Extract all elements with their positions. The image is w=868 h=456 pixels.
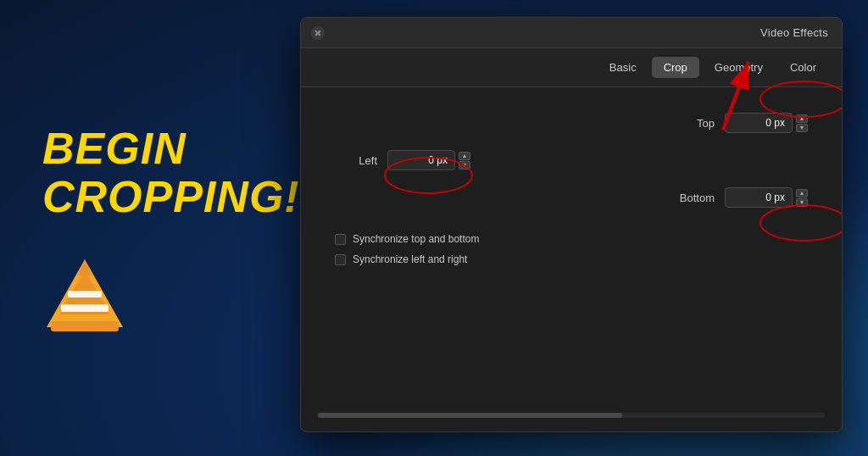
svg-marker-4: [78, 259, 92, 275]
svg-rect-2: [61, 304, 108, 312]
bottom-spinner-up[interactable]: ▲: [796, 189, 808, 197]
left-input-wrap: ▲ ▼: [387, 150, 470, 170]
top-input[interactable]: [725, 113, 793, 133]
sync-top-bottom-checkbox[interactable]: [335, 234, 346, 245]
dialog-title: Video Effects: [760, 26, 828, 39]
left-field-row: Left ▲ ▼: [335, 150, 808, 170]
sync-left-right-row: Synchronize left and right: [335, 253, 808, 265]
vlc-cone-svg: [42, 255, 127, 331]
left-panel: BEGIN CROPPING!: [0, 0, 314, 456]
left-spinner: ▲ ▼: [459, 152, 470, 170]
tab-basic[interactable]: Basic: [598, 57, 648, 78]
svg-rect-5: [51, 321, 119, 331]
tab-crop[interactable]: Crop: [652, 57, 699, 78]
top-spinner-up[interactable]: ▲: [796, 114, 808, 123]
bottom-spinner: ▲ ▼: [796, 189, 808, 207]
top-spinner-down[interactable]: ▼: [796, 124, 808, 132]
svg-rect-3: [68, 291, 102, 298]
vlc-logo: [42, 255, 127, 331]
left-spinner-up[interactable]: ▲: [459, 152, 470, 160]
bottom-input-wrap: ▲ ▼: [725, 187, 808, 208]
tabs-bar: Basic Crop Geometry Color: [301, 48, 842, 87]
video-effects-dialog: Video Effects Basic Crop Geometry Color …: [300, 17, 843, 432]
tab-color[interactable]: Color: [778, 57, 828, 78]
top-label: Top: [672, 117, 715, 130]
tab-geometry[interactable]: Geometry: [703, 57, 775, 78]
top-input-wrap: ▲ ▼: [725, 113, 808, 133]
left-input[interactable]: [387, 150, 455, 170]
sync-left-right-checkbox[interactable]: [335, 254, 346, 265]
sync-top-bottom-row: Synchronize top and bottom: [335, 233, 808, 245]
checkboxes-section: Synchronize top and bottom Synchronize l…: [335, 233, 808, 265]
left-label: Left: [335, 154, 377, 167]
top-spinner: ▲ ▼: [796, 114, 808, 132]
title-text: BEGIN CROPPING!: [42, 125, 300, 221]
scrollbar-track: [318, 413, 825, 418]
top-field-row: Top ▲ ▼: [335, 113, 808, 133]
scrollbar-thumb[interactable]: [318, 413, 622, 418]
left-spinner-down[interactable]: ▼: [459, 161, 470, 170]
title-line1: BEGIN: [42, 125, 300, 173]
close-button[interactable]: [311, 26, 325, 40]
title-line2: CROPPING!: [42, 173, 300, 221]
bottom-field-row: Bottom ▲ ▼: [335, 187, 808, 208]
title-bar: Video Effects: [301, 18, 842, 48]
bottom-input[interactable]: [725, 187, 793, 208]
sync-left-right-label: Synchronize left and right: [353, 253, 467, 265]
bottom-label: Bottom: [672, 192, 715, 204]
crop-content: Top ▲ ▼ Left ▲ ▼ Bottom: [301, 87, 842, 425]
sync-top-bottom-label: Synchronize top and bottom: [353, 233, 479, 245]
bottom-spinner-down[interactable]: ▼: [796, 198, 808, 207]
